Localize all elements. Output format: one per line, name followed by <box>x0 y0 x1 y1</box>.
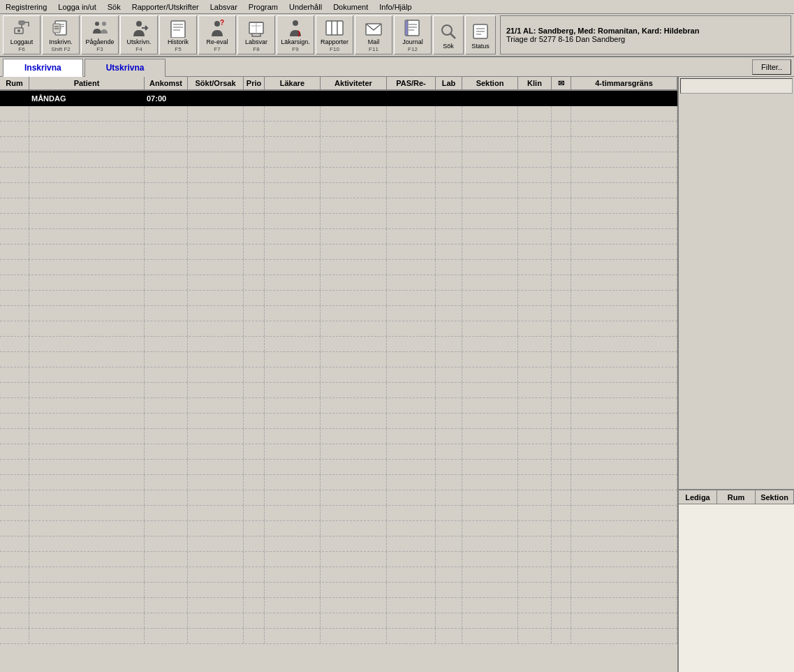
utskrivn-button[interactable]: Utskrivn. F4 <box>120 15 158 54</box>
cell-col-sokt <box>188 214 244 228</box>
cell-col-pasre <box>387 137 436 152</box>
table-row[interactable] <box>0 506 677 521</box>
cell-col-4tim <box>571 321 677 336</box>
status-button[interactable]: Status <box>465 15 496 54</box>
journal-button[interactable]: Journal F12 <box>394 15 432 54</box>
historik-button[interactable]: Historik F5 <box>159 15 197 54</box>
cell-col-klin <box>518 352 552 367</box>
table-row[interactable] <box>0 337 677 352</box>
table-row[interactable] <box>0 429 677 444</box>
cell-col-ankomst <box>145 321 188 336</box>
cell-col-lab <box>436 506 462 520</box>
table-row[interactable] <box>0 198 677 214</box>
table-row[interactable] <box>0 214 677 229</box>
col-header-lakare: Läkare <box>265 77 321 89</box>
cell-col-sektion <box>462 552 518 567</box>
lakarsign-button[interactable]: Läkarsign. F9 <box>277 15 314 54</box>
table-row[interactable] <box>0 122 677 137</box>
cell-col-pasre <box>387 521 436 536</box>
svg-point-12 <box>102 22 106 26</box>
sok-toolbar-button[interactable]: Sök <box>433 15 464 54</box>
table-row[interactable] <box>0 352 677 367</box>
table-row[interactable] <box>0 583 677 598</box>
cell-col-sokt <box>188 198 244 213</box>
menu-rapporter[interactable]: Rapporter/Utskrifter <box>129 3 202 11</box>
cell-col-sokt <box>188 536 244 551</box>
table-row[interactable] <box>0 306 677 321</box>
day-mail-cell <box>552 91 571 105</box>
table-row[interactable] <box>0 321 677 337</box>
table-row[interactable] <box>0 398 677 414</box>
right-input[interactable] <box>680 78 793 94</box>
menu-underhall[interactable]: Underhåll <box>286 3 325 11</box>
menu-sok[interactable]: Sök <box>105 3 124 11</box>
table-row[interactable] <box>0 229 677 244</box>
rapporter-icon <box>323 17 346 38</box>
cell-col-4tim <box>571 521 677 536</box>
table-row[interactable] <box>0 444 677 460</box>
mail-button[interactable]: Mail F11 <box>355 15 392 54</box>
cell-col-pasre <box>387 306 436 321</box>
labsvar-label: Labsvar <box>245 39 267 46</box>
cell-col-prio <box>244 244 265 259</box>
menu-logga-in-ut[interactable]: Logga in/ut <box>55 3 98 11</box>
table-row[interactable] <box>0 275 677 291</box>
pagaende-button[interactable]: Pågående F3 <box>81 15 119 54</box>
inskrivn-button[interactable]: Inskrivn. Shift F2 <box>42 15 80 54</box>
day-time: 07:00 <box>147 94 166 103</box>
cell-col-aktiviteter <box>321 598 387 613</box>
loggaut-button[interactable]: Loggaut F6 <box>3 15 41 54</box>
table-row[interactable] <box>0 383 677 398</box>
table-row[interactable] <box>0 536 677 552</box>
labsvar-button[interactable]: Labsvar F8 <box>237 15 275 54</box>
table-row[interactable] <box>0 629 677 644</box>
table-row[interactable] <box>0 521 677 536</box>
table-row[interactable] <box>0 152 677 168</box>
cell-col-pasre <box>387 429 436 444</box>
cell-col-aktiviteter <box>321 475 387 490</box>
table-row[interactable] <box>0 260 677 275</box>
table-row[interactable] <box>0 168 677 183</box>
cell-col-lakare <box>265 367 321 382</box>
cell-col-lab <box>436 352 462 367</box>
table-row[interactable] <box>0 460 677 475</box>
menu-program[interactable]: Program <box>246 3 281 11</box>
cell-col-aktiviteter <box>321 383 387 397</box>
cell-col-klin <box>518 383 552 397</box>
table-row[interactable] <box>0 475 677 490</box>
filter-button[interactable]: Filter.. <box>752 59 791 75</box>
rapporter-button[interactable]: Rapporter F10 <box>316 15 353 54</box>
cell-col-sokt <box>188 414 244 428</box>
cell-col-ankomst <box>145 536 188 551</box>
tab-utskrivna[interactable]: Utskrivna <box>84 59 166 77</box>
cell-col-aktiviteter <box>321 337 387 351</box>
table-row[interactable] <box>0 490 677 506</box>
menu-dokument[interactable]: Dokument <box>330 3 371 11</box>
cell-col-prio <box>244 337 265 351</box>
table-row[interactable] <box>0 567 677 583</box>
menu-info-hjalp[interactable]: Info/Hjälp <box>376 3 414 11</box>
menu-labsvar[interactable]: Labsvar <box>207 3 240 11</box>
table-row[interactable] <box>0 244 677 260</box>
cell-col-prio <box>244 398 265 413</box>
table-row[interactable] <box>0 552 677 567</box>
historik-fkey: F5 <box>175 46 181 52</box>
table-row[interactable] <box>0 414 677 429</box>
menu-registrering[interactable]: Registrering <box>3 3 50 11</box>
tab-inskrivna[interactable]: Inskrivna <box>3 59 83 77</box>
cell-col-lab <box>436 598 462 613</box>
table-row[interactable] <box>0 183 677 198</box>
day-lab-cell <box>436 91 462 105</box>
cell-col-patient <box>29 367 145 382</box>
cell-col-aktiviteter <box>321 414 387 428</box>
table-row[interactable] <box>0 367 677 383</box>
cell-col-patient <box>29 521 145 536</box>
reeval-button[interactable]: ? Re-eval F7 <box>198 15 236 54</box>
table-row[interactable] <box>0 106 677 122</box>
table-row[interactable] <box>0 137 677 152</box>
svg-rect-2 <box>19 21 24 24</box>
table-row[interactable] <box>0 598 677 613</box>
table-row[interactable] <box>0 291 677 306</box>
table-row[interactable] <box>0 613 677 629</box>
cell-col-4tim <box>571 275 677 290</box>
